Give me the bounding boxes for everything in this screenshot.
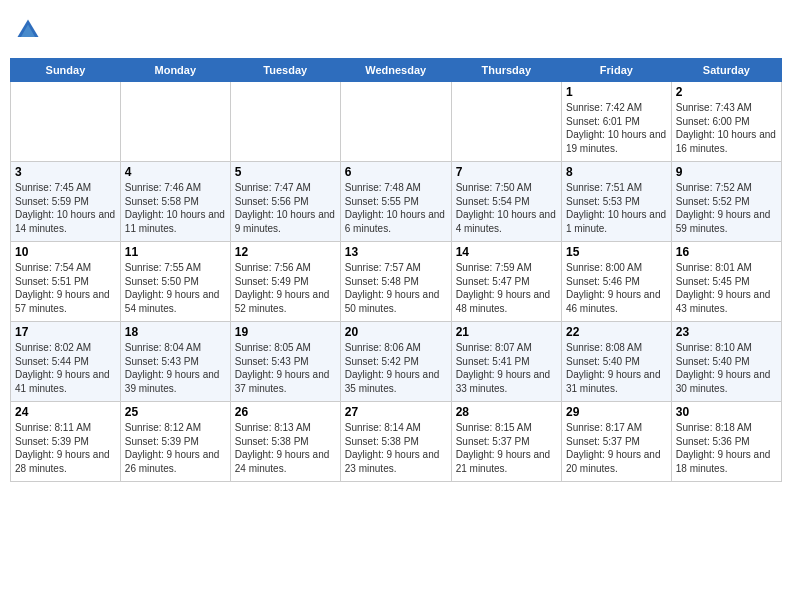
day-number: 21	[456, 325, 557, 339]
day-info: Sunrise: 8:10 AM Sunset: 5:40 PM Dayligh…	[676, 341, 777, 395]
calendar-cell: 12Sunrise: 7:56 AM Sunset: 5:49 PM Dayli…	[230, 242, 340, 322]
day-info: Sunrise: 8:12 AM Sunset: 5:39 PM Dayligh…	[125, 421, 226, 475]
calendar-cell: 8Sunrise: 7:51 AM Sunset: 5:53 PM Daylig…	[561, 162, 671, 242]
calendar-cell: 7Sunrise: 7:50 AM Sunset: 5:54 PM Daylig…	[451, 162, 561, 242]
calendar-cell	[11, 82, 121, 162]
day-header-sunday: Sunday	[11, 59, 121, 82]
day-info: Sunrise: 7:57 AM Sunset: 5:48 PM Dayligh…	[345, 261, 447, 315]
day-info: Sunrise: 8:18 AM Sunset: 5:36 PM Dayligh…	[676, 421, 777, 475]
day-number: 22	[566, 325, 667, 339]
calendar-cell	[120, 82, 230, 162]
day-number: 1	[566, 85, 667, 99]
day-info: Sunrise: 7:45 AM Sunset: 5:59 PM Dayligh…	[15, 181, 116, 235]
calendar-cell: 3Sunrise: 7:45 AM Sunset: 5:59 PM Daylig…	[11, 162, 121, 242]
calendar-cell: 2Sunrise: 7:43 AM Sunset: 6:00 PM Daylig…	[671, 82, 781, 162]
day-info: Sunrise: 7:59 AM Sunset: 5:47 PM Dayligh…	[456, 261, 557, 315]
calendar-cell: 9Sunrise: 7:52 AM Sunset: 5:52 PM Daylig…	[671, 162, 781, 242]
day-number: 6	[345, 165, 447, 179]
day-number: 11	[125, 245, 226, 259]
day-info: Sunrise: 8:17 AM Sunset: 5:37 PM Dayligh…	[566, 421, 667, 475]
day-number: 2	[676, 85, 777, 99]
day-number: 3	[15, 165, 116, 179]
calendar-cell: 16Sunrise: 8:01 AM Sunset: 5:45 PM Dayli…	[671, 242, 781, 322]
day-info: Sunrise: 8:14 AM Sunset: 5:38 PM Dayligh…	[345, 421, 447, 475]
day-info: Sunrise: 8:15 AM Sunset: 5:37 PM Dayligh…	[456, 421, 557, 475]
logo-icon	[14, 16, 42, 44]
day-info: Sunrise: 8:00 AM Sunset: 5:46 PM Dayligh…	[566, 261, 667, 315]
calendar-cell	[230, 82, 340, 162]
calendar-cell	[340, 82, 451, 162]
calendar-cell: 14Sunrise: 7:59 AM Sunset: 5:47 PM Dayli…	[451, 242, 561, 322]
day-info: Sunrise: 7:51 AM Sunset: 5:53 PM Dayligh…	[566, 181, 667, 235]
day-info: Sunrise: 7:55 AM Sunset: 5:50 PM Dayligh…	[125, 261, 226, 315]
calendar-cell: 13Sunrise: 7:57 AM Sunset: 5:48 PM Dayli…	[340, 242, 451, 322]
day-number: 24	[15, 405, 116, 419]
day-number: 16	[676, 245, 777, 259]
day-number: 8	[566, 165, 667, 179]
day-number: 23	[676, 325, 777, 339]
day-info: Sunrise: 7:42 AM Sunset: 6:01 PM Dayligh…	[566, 101, 667, 155]
calendar-cell: 10Sunrise: 7:54 AM Sunset: 5:51 PM Dayli…	[11, 242, 121, 322]
day-number: 19	[235, 325, 336, 339]
calendar-cell: 23Sunrise: 8:10 AM Sunset: 5:40 PM Dayli…	[671, 322, 781, 402]
day-header-saturday: Saturday	[671, 59, 781, 82]
calendar-table: SundayMondayTuesdayWednesdayThursdayFrid…	[10, 58, 782, 482]
day-number: 14	[456, 245, 557, 259]
day-header-monday: Monday	[120, 59, 230, 82]
calendar-cell: 28Sunrise: 8:15 AM Sunset: 5:37 PM Dayli…	[451, 402, 561, 482]
day-number: 27	[345, 405, 447, 419]
calendar-cell: 17Sunrise: 8:02 AM Sunset: 5:44 PM Dayli…	[11, 322, 121, 402]
calendar-cell: 26Sunrise: 8:13 AM Sunset: 5:38 PM Dayli…	[230, 402, 340, 482]
day-header-wednesday: Wednesday	[340, 59, 451, 82]
day-number: 7	[456, 165, 557, 179]
calendar-cell: 24Sunrise: 8:11 AM Sunset: 5:39 PM Dayli…	[11, 402, 121, 482]
day-info: Sunrise: 8:11 AM Sunset: 5:39 PM Dayligh…	[15, 421, 116, 475]
calendar-cell: 11Sunrise: 7:55 AM Sunset: 5:50 PM Dayli…	[120, 242, 230, 322]
day-header-thursday: Thursday	[451, 59, 561, 82]
day-info: Sunrise: 7:48 AM Sunset: 5:55 PM Dayligh…	[345, 181, 447, 235]
calendar-cell: 22Sunrise: 8:08 AM Sunset: 5:40 PM Dayli…	[561, 322, 671, 402]
calendar-cell: 18Sunrise: 8:04 AM Sunset: 5:43 PM Dayli…	[120, 322, 230, 402]
calendar-cell	[451, 82, 561, 162]
day-number: 17	[15, 325, 116, 339]
day-info: Sunrise: 8:02 AM Sunset: 5:44 PM Dayligh…	[15, 341, 116, 395]
calendar-cell: 27Sunrise: 8:14 AM Sunset: 5:38 PM Dayli…	[340, 402, 451, 482]
calendar-cell: 1Sunrise: 7:42 AM Sunset: 6:01 PM Daylig…	[561, 82, 671, 162]
calendar-cell: 25Sunrise: 8:12 AM Sunset: 5:39 PM Dayli…	[120, 402, 230, 482]
day-info: Sunrise: 7:54 AM Sunset: 5:51 PM Dayligh…	[15, 261, 116, 315]
day-info: Sunrise: 8:05 AM Sunset: 5:43 PM Dayligh…	[235, 341, 336, 395]
calendar-cell: 4Sunrise: 7:46 AM Sunset: 5:58 PM Daylig…	[120, 162, 230, 242]
day-number: 28	[456, 405, 557, 419]
day-number: 26	[235, 405, 336, 419]
day-info: Sunrise: 8:13 AM Sunset: 5:38 PM Dayligh…	[235, 421, 336, 475]
day-info: Sunrise: 8:06 AM Sunset: 5:42 PM Dayligh…	[345, 341, 447, 395]
day-number: 10	[15, 245, 116, 259]
day-number: 15	[566, 245, 667, 259]
calendar-cell: 15Sunrise: 8:00 AM Sunset: 5:46 PM Dayli…	[561, 242, 671, 322]
day-number: 25	[125, 405, 226, 419]
day-number: 4	[125, 165, 226, 179]
day-info: Sunrise: 8:04 AM Sunset: 5:43 PM Dayligh…	[125, 341, 226, 395]
calendar-cell: 30Sunrise: 8:18 AM Sunset: 5:36 PM Dayli…	[671, 402, 781, 482]
day-info: Sunrise: 7:43 AM Sunset: 6:00 PM Dayligh…	[676, 101, 777, 155]
day-info: Sunrise: 8:08 AM Sunset: 5:40 PM Dayligh…	[566, 341, 667, 395]
day-header-tuesday: Tuesday	[230, 59, 340, 82]
calendar-cell: 29Sunrise: 8:17 AM Sunset: 5:37 PM Dayli…	[561, 402, 671, 482]
day-number: 13	[345, 245, 447, 259]
logo	[14, 16, 46, 44]
day-info: Sunrise: 8:07 AM Sunset: 5:41 PM Dayligh…	[456, 341, 557, 395]
day-info: Sunrise: 7:56 AM Sunset: 5:49 PM Dayligh…	[235, 261, 336, 315]
calendar-cell: 5Sunrise: 7:47 AM Sunset: 5:56 PM Daylig…	[230, 162, 340, 242]
day-number: 18	[125, 325, 226, 339]
day-number: 20	[345, 325, 447, 339]
day-info: Sunrise: 7:50 AM Sunset: 5:54 PM Dayligh…	[456, 181, 557, 235]
calendar-cell: 6Sunrise: 7:48 AM Sunset: 5:55 PM Daylig…	[340, 162, 451, 242]
day-number: 9	[676, 165, 777, 179]
day-header-friday: Friday	[561, 59, 671, 82]
day-info: Sunrise: 8:01 AM Sunset: 5:45 PM Dayligh…	[676, 261, 777, 315]
day-info: Sunrise: 7:46 AM Sunset: 5:58 PM Dayligh…	[125, 181, 226, 235]
day-info: Sunrise: 7:52 AM Sunset: 5:52 PM Dayligh…	[676, 181, 777, 235]
day-number: 30	[676, 405, 777, 419]
header	[10, 10, 782, 50]
calendar-cell: 19Sunrise: 8:05 AM Sunset: 5:43 PM Dayli…	[230, 322, 340, 402]
